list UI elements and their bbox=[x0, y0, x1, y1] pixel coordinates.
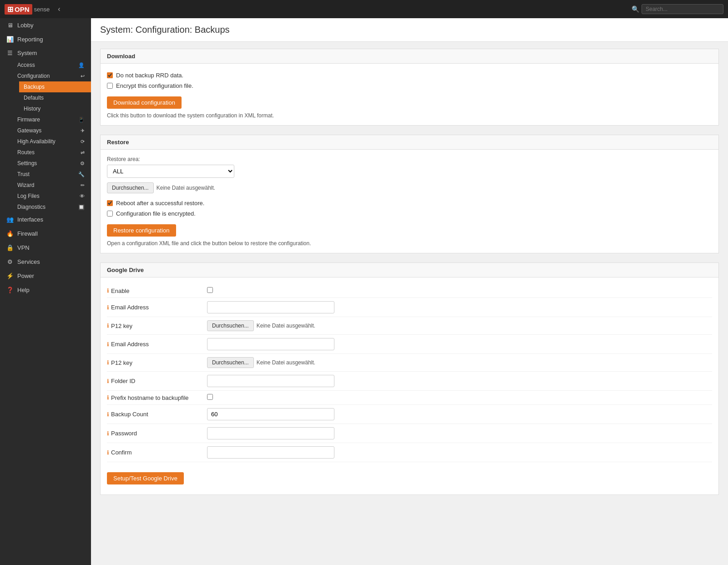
sidebar-item-label: Gateways bbox=[17, 127, 41, 134]
gd-p12key1-file-row: Durchsuchen... Keine Datei ausgewählt. bbox=[207, 320, 712, 331]
gd-enable-checkbox[interactable] bbox=[207, 287, 213, 293]
gd-email2-label: ℹ Email Address bbox=[107, 341, 207, 348]
sidebar-item-history[interactable]: History bbox=[19, 103, 91, 114]
sidebar-item-services[interactable]: ⚙ Services bbox=[0, 255, 91, 269]
logo-box: ⊞ OPN bbox=[5, 4, 32, 15]
sidebar-item-firewall[interactable]: 🔥 Firewall bbox=[0, 227, 91, 241]
ha-icon: ⟳ bbox=[81, 139, 85, 145]
sidebar-item-label: System bbox=[17, 50, 37, 56]
restore-btn-wrap: Restore configuration bbox=[107, 224, 712, 237]
power-icon: ⚡ bbox=[6, 272, 14, 279]
google-drive-section: Google Drive ℹ Enable bbox=[100, 262, 719, 495]
wizard-icon: ✏ bbox=[81, 182, 85, 188]
sidebar-toggle[interactable]: ‹ bbox=[54, 3, 64, 15]
restore-browse-button[interactable]: Durchsuchen... bbox=[107, 182, 154, 193]
download-btn-wrap: Download configuration bbox=[107, 96, 712, 109]
restore-file-name: Keine Datei ausgewählt. bbox=[157, 185, 215, 191]
sidebar-item-settings[interactable]: Settings ⚙ bbox=[13, 158, 91, 169]
routes-icon: ⇌ bbox=[81, 150, 85, 156]
sidebar-item-label: Help bbox=[17, 287, 30, 293]
gd-enable-label: ℹ Enable bbox=[107, 288, 207, 294]
sidebar-item-help[interactable]: ❓ Help bbox=[0, 283, 91, 297]
diagnostics-icon: 🔲 bbox=[78, 204, 85, 210]
sidebar-item-reporting[interactable]: 📊 Reporting bbox=[0, 32, 91, 46]
info-icon-enable: ℹ bbox=[107, 288, 109, 294]
download-section-body: Do not backup RRD data. Encrypt this con… bbox=[101, 64, 718, 125]
sidebar-item-diagnostics[interactable]: Diagnostics 🔲 bbox=[13, 202, 91, 212]
gd-password-row: ℹ Password bbox=[107, 424, 712, 443]
gd-p12key2-row: ℹ P12 key Durchsuchen... Keine Datei aus… bbox=[107, 354, 712, 372]
gd-folderid-row: ℹ Folder ID bbox=[107, 372, 712, 391]
gd-backupcount-input[interactable] bbox=[207, 408, 334, 420]
sidebar-item-configuration[interactable]: Configuration ↩ bbox=[13, 71, 91, 81]
main-layout: 🖥 Lobby 📊 Reporting ☰ System Access 👤 Co… bbox=[0, 18, 728, 565]
gd-setup-test-button[interactable]: Setup/Test Google Drive bbox=[107, 472, 184, 484]
gd-prefix-checkbox[interactable] bbox=[207, 394, 213, 400]
search-container: 🔍 bbox=[632, 4, 723, 14]
sidebar-item-system[interactable]: ☰ System bbox=[0, 46, 91, 60]
sidebar-item-label: Log Files bbox=[17, 193, 40, 199]
sidebar-item-gateways[interactable]: Gateways ✈ bbox=[13, 125, 91, 136]
gd-email2-row: ℹ Email Address bbox=[107, 335, 712, 354]
gd-folderid-input[interactable] bbox=[207, 375, 334, 387]
content: System: Configuration: Backups Download … bbox=[91, 18, 728, 565]
sidebar-item-vpn[interactable]: 🔒 VPN bbox=[0, 241, 91, 255]
sidebar-item-label: Firmware bbox=[17, 116, 40, 123]
sidebar-sub-system: Access 👤 Configuration ↩ Backups Default… bbox=[0, 60, 91, 212]
gd-p12key2-filename: Keine Datei ausgewählt. bbox=[257, 359, 315, 366]
sidebar-item-backups[interactable]: Backups bbox=[19, 81, 91, 92]
gd-confirm-label: ℹ Confirm bbox=[107, 449, 207, 456]
checkbox-encrypt-label: Encrypt this configuration file. bbox=[116, 82, 193, 89]
checkbox-encrypted[interactable] bbox=[107, 211, 113, 217]
sidebar-item-high-availability[interactable]: High Availability ⟳ bbox=[13, 136, 91, 147]
download-configuration-button[interactable]: Download configuration bbox=[107, 96, 182, 109]
sidebar-item-trust[interactable]: Trust 🔧 bbox=[13, 169, 91, 180]
gd-backupcount-row: ℹ Backup Count bbox=[107, 405, 712, 424]
gd-prefix-label: ℹ Prefix hostname to backupfile bbox=[107, 394, 207, 401]
sidebar-item-label: Diagnostics bbox=[17, 204, 46, 210]
sidebar-item-lobby[interactable]: 🖥 Lobby bbox=[0, 18, 91, 32]
logo-sense: sense bbox=[34, 6, 50, 13]
logfiles-icon: 👁 bbox=[80, 193, 85, 199]
info-icon-email1: ℹ bbox=[107, 304, 109, 311]
restore-configuration-button[interactable]: Restore configuration bbox=[107, 224, 176, 237]
restore-area-select[interactable]: ALL System Interfaces Firewall VPN bbox=[107, 165, 234, 178]
sidebar-item-wizard[interactable]: Wizard ✏ bbox=[13, 180, 91, 191]
configuration-icon: ↩ bbox=[81, 73, 85, 79]
help-icon: ❓ bbox=[6, 287, 14, 293]
gd-confirm-input[interactable] bbox=[207, 446, 334, 459]
checkbox-reboot[interactable] bbox=[107, 200, 113, 206]
sidebar-item-defaults[interactable]: Defaults bbox=[19, 92, 91, 103]
download-section: Download Do not backup RRD data. Encrypt… bbox=[100, 49, 719, 126]
sidebar-item-log-files[interactable]: Log Files 👁 bbox=[13, 191, 91, 202]
gd-password-input[interactable] bbox=[207, 427, 334, 439]
gd-p12key1-browse-button[interactable]: Durchsuchen... bbox=[207, 320, 254, 331]
access-icon: 👤 bbox=[78, 62, 85, 68]
gd-p12key1-filename: Keine Datei ausgewählt. bbox=[257, 323, 315, 329]
google-drive-section-body: ℹ Enable ℹ Email Address bbox=[101, 277, 718, 494]
checkbox-rrd[interactable] bbox=[107, 72, 113, 78]
gd-enable-row: ℹ Enable bbox=[107, 284, 712, 298]
page-body: Download Do not backup RRD data. Encrypt… bbox=[91, 42, 728, 511]
sidebar-item-routes[interactable]: Routes ⇌ bbox=[13, 147, 91, 158]
gd-email1-input[interactable] bbox=[207, 301, 334, 313]
logo-icon: ⊞ bbox=[7, 5, 13, 14]
checkbox-encrypted-label: Configuration file is encrypted. bbox=[116, 210, 196, 217]
search-icon[interactable]: 🔍 bbox=[632, 5, 639, 13]
gd-p12key2-browse-button[interactable]: Durchsuchen... bbox=[207, 357, 254, 368]
info-icon-confirm: ℹ bbox=[107, 449, 109, 456]
trust-icon: 🔧 bbox=[78, 172, 85, 177]
system-icon: ☰ bbox=[6, 50, 14, 56]
checkbox-encrypt[interactable] bbox=[107, 83, 113, 89]
sidebar-item-firmware[interactable]: Firmware 📱 bbox=[13, 114, 91, 125]
gd-email2-input[interactable] bbox=[207, 338, 334, 350]
sidebar-item-label: Reporting bbox=[17, 36, 43, 43]
lobby-icon: 🖥 bbox=[6, 22, 14, 29]
sidebar-item-power[interactable]: ⚡ Power bbox=[0, 269, 91, 283]
gd-p12key2-label: ℹ P12 key bbox=[107, 359, 207, 366]
restore-area-label: Restore area: bbox=[107, 156, 712, 162]
checkbox-reboot-row: Reboot after a successful restore. bbox=[107, 198, 712, 208]
sidebar-item-access[interactable]: Access 👤 bbox=[13, 60, 91, 71]
sidebar-item-interfaces[interactable]: 👥 Interfaces bbox=[0, 212, 91, 227]
search-input[interactable] bbox=[642, 4, 723, 14]
